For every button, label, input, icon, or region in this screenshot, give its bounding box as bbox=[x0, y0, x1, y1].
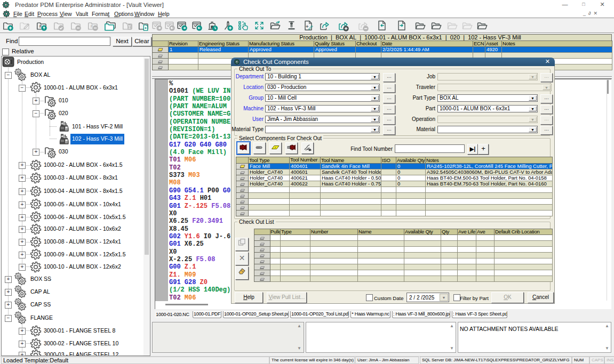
svg-text:+: + bbox=[306, 24, 308, 29]
